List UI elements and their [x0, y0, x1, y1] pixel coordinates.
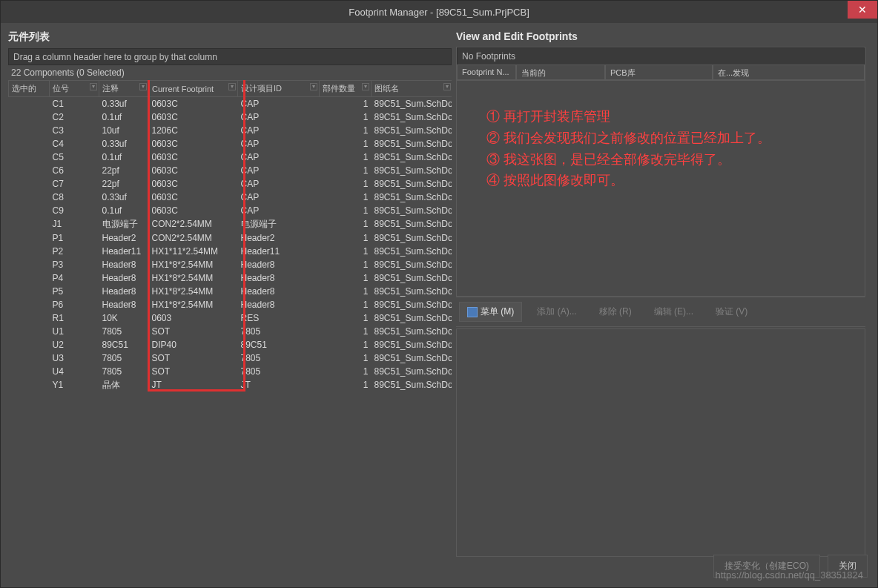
table-cell[interactable]: 1 — [320, 191, 372, 204]
table-cell[interactable]: 10K — [99, 311, 149, 325]
table-row[interactable]: C622pf0603CCAP189C51_Sum.SchDoc — [9, 164, 452, 177]
table-cell[interactable]: 0603 — [149, 311, 238, 325]
table-cell[interactable]: 10uf — [99, 124, 149, 137]
table-cell[interactable]: J1 — [50, 217, 99, 231]
table-cell[interactable]: 89C51_Sum.SchDoc — [372, 351, 452, 365]
col-selected[interactable]: 选中的 — [9, 81, 50, 97]
table-row[interactable]: C20.1uf0603CCAP189C51_Sum.SchDoc — [9, 110, 452, 124]
table-cell[interactable]: 1 — [320, 285, 372, 298]
group-by-hint[interactable]: Drag a column header here to group by th… — [8, 48, 452, 65]
table-cell[interactable]: Header8 — [99, 285, 149, 298]
table-cell[interactable] — [9, 378, 50, 392]
table-cell[interactable]: HX1*11*2.54MM — [149, 245, 238, 258]
table-cell[interactable] — [9, 137, 50, 151]
table-cell[interactable]: 22pf — [99, 177, 149, 191]
filter-icon[interactable]: ▾ — [310, 83, 317, 90]
table-cell[interactable] — [9, 271, 50, 285]
table-cell[interactable]: 1 — [320, 325, 372, 338]
table-cell[interactable]: R1 — [50, 311, 99, 325]
table-cell[interactable]: Header8 — [99, 271, 149, 285]
table-cell[interactable]: 1 — [320, 365, 372, 378]
table-cell[interactable]: 0603C — [149, 177, 238, 191]
table-cell[interactable]: Header8 — [99, 258, 149, 271]
titlebar[interactable]: Footprint Manager - [89C51_Sum.PrjPCB] ✕ — [1, 1, 877, 23]
table-cell[interactable] — [9, 97, 50, 110]
table-cell[interactable]: Header11 — [99, 245, 149, 258]
table-cell[interactable]: Header8 — [99, 298, 149, 311]
table-cell[interactable] — [9, 110, 50, 124]
table-cell[interactable]: 1 — [320, 245, 372, 258]
table-cell[interactable]: P3 — [50, 258, 99, 271]
filter-icon[interactable]: ▾ — [90, 83, 97, 90]
table-cell[interactable]: U4 — [50, 365, 99, 378]
table-cell[interactable]: 1 — [320, 124, 372, 137]
table-cell[interactable]: 89C51_Sum.SchDoc — [372, 298, 452, 311]
table-cell[interactable] — [9, 124, 50, 137]
table-cell[interactable]: Header8 — [238, 298, 320, 311]
table-cell[interactable]: 0603C — [149, 151, 238, 164]
table-row[interactable]: C80.33uf0603CCAP189C51_Sum.SchDoc — [9, 191, 452, 204]
table-cell[interactable]: CON2*2.54MM — [149, 217, 238, 231]
table-cell[interactable]: 电源端子 — [99, 217, 149, 231]
filter-icon[interactable]: ▾ — [139, 83, 147, 90]
filter-icon[interactable]: ▾ — [228, 83, 236, 90]
table-cell[interactable]: 晶体 — [99, 378, 149, 392]
table-cell[interactable] — [9, 325, 50, 338]
table-cell[interactable]: Header11 — [238, 245, 320, 258]
table-cell[interactable]: 7805 — [238, 325, 320, 338]
table-cell[interactable]: CAP — [238, 97, 320, 110]
table-cell[interactable]: C9 — [50, 204, 99, 217]
table-cell[interactable]: 89C51_Sum.SchDoc — [372, 164, 452, 177]
table-row[interactable]: P5Header8HX1*8*2.54MMHeader8189C51_Sum.S… — [9, 285, 452, 298]
table-row[interactable]: C40.33uf0603CCAP189C51_Sum.SchDoc — [9, 137, 452, 151]
table-cell[interactable] — [9, 177, 50, 191]
table-cell[interactable]: Header8 — [238, 271, 320, 285]
table-cell[interactable]: C2 — [50, 110, 99, 124]
col-part-count[interactable]: 部件数量▾ — [320, 81, 372, 97]
table-cell[interactable]: 0603C — [149, 137, 238, 151]
table-cell[interactable]: CAP — [238, 164, 320, 177]
table-cell[interactable]: HX1*8*2.54MM — [149, 258, 238, 271]
table-cell[interactable]: 电源端子 — [238, 217, 320, 231]
table-cell[interactable]: 89C51_Sum.SchDoc — [372, 177, 452, 191]
table-row[interactable]: P1Header2CON2*2.54MMHeader2189C51_Sum.Sc… — [9, 231, 452, 245]
table-cell[interactable]: 0603C — [149, 97, 238, 110]
fp-col-current[interactable]: 当前的 — [516, 65, 605, 80]
table-row[interactable]: P6Header8HX1*8*2.54MMHeader8189C51_Sum.S… — [9, 298, 452, 311]
table-cell[interactable]: RES — [238, 311, 320, 325]
table-cell[interactable]: SOT — [149, 351, 238, 365]
table-cell[interactable]: C1 — [50, 97, 99, 110]
table-row[interactable]: U47805SOT7805189C51_Sum.SchDoc — [9, 365, 452, 378]
table-cell[interactable]: 89C51_Sum.SchDoc — [372, 365, 452, 378]
table-cell[interactable]: 7805 — [99, 365, 149, 378]
table-cell[interactable]: CAP — [238, 110, 320, 124]
table-cell[interactable]: CAP — [238, 204, 320, 217]
table-row[interactable]: P2Header11HX1*11*2.54MMHeader11189C51_Su… — [9, 245, 452, 258]
table-cell[interactable] — [9, 164, 50, 177]
table-cell[interactable]: 0603C — [149, 191, 238, 204]
table-cell[interactable]: 89C51 — [99, 338, 149, 351]
table-cell[interactable] — [9, 204, 50, 217]
remove-button[interactable]: 移除 (R) — [592, 303, 639, 321]
table-cell[interactable]: CAP — [238, 151, 320, 164]
table-cell[interactable]: 89C51_Sum.SchDoc — [372, 311, 452, 325]
table-cell[interactable]: 89C51_Sum.SchDoc — [372, 217, 452, 231]
table-cell[interactable]: 89C51_Sum.SchDoc — [372, 137, 452, 151]
table-cell[interactable]: 1 — [320, 338, 372, 351]
table-cell[interactable]: HX1*8*2.54MM — [149, 298, 238, 311]
table-row[interactable]: R110K0603RES189C51_Sum.SchDoc — [9, 311, 452, 325]
close-dialog-button[interactable]: 关闭 — [828, 555, 868, 578]
table-cell[interactable]: 0603C — [149, 164, 238, 177]
table-cell[interactable]: 7805 — [99, 325, 149, 338]
table-cell[interactable]: P5 — [50, 285, 99, 298]
table-cell[interactable]: HX1*8*2.54MM — [149, 285, 238, 298]
table-cell[interactable]: 1 — [320, 110, 372, 124]
fp-col-pcblib[interactable]: PCB库 — [605, 65, 713, 80]
table-cell[interactable]: 1 — [320, 137, 372, 151]
edit-button[interactable]: 编辑 (E)... — [647, 303, 701, 321]
table-cell[interactable] — [9, 258, 50, 271]
col-comment[interactable]: 注释▾ — [99, 81, 149, 97]
table-cell[interactable]: 1 — [320, 258, 372, 271]
table-cell[interactable]: 7805 — [238, 365, 320, 378]
table-cell[interactable]: DIP40 — [149, 338, 238, 351]
